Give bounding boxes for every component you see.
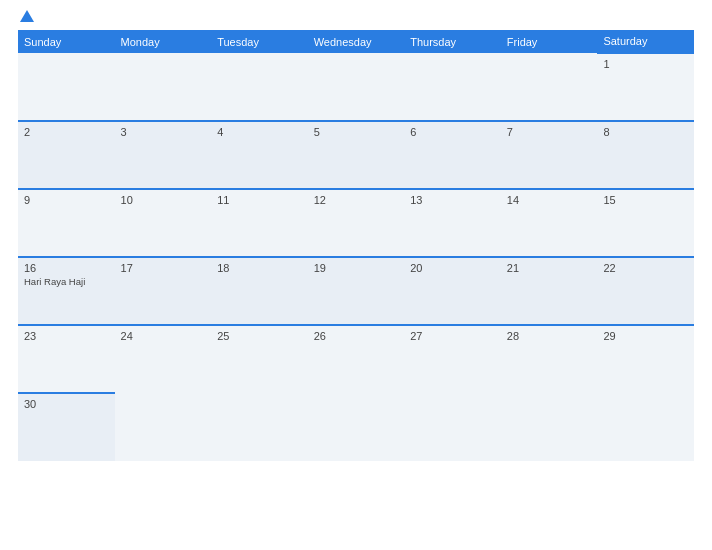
calendar-day-cell [404, 53, 501, 121]
calendar-day-cell: 4 [211, 121, 308, 189]
weekday-header-row: SundayMondayTuesdayWednesdayThursdayFrid… [18, 30, 694, 53]
calendar-day-cell [501, 393, 598, 461]
calendar-week-row: 16Hari Raya Haji171819202122 [18, 257, 694, 325]
calendar-day-cell [211, 53, 308, 121]
calendar-day-cell: 22 [597, 257, 694, 325]
day-number: 26 [314, 330, 399, 342]
calendar-day-cell: 12 [308, 189, 405, 257]
calendar-day-cell [501, 53, 598, 121]
calendar-day-cell [308, 53, 405, 121]
weekday-header-cell: Tuesday [211, 30, 308, 53]
calendar-day-cell: 15 [597, 189, 694, 257]
calendar-week-row: 30 [18, 393, 694, 461]
day-number: 6 [410, 126, 495, 138]
day-number: 5 [314, 126, 399, 138]
calendar-day-cell [18, 53, 115, 121]
calendar-day-cell [115, 393, 212, 461]
day-number: 18 [217, 262, 302, 274]
calendar-day-cell: 9 [18, 189, 115, 257]
weekday-header-cell: Wednesday [308, 30, 405, 53]
weekday-header-cell: Sunday [18, 30, 115, 53]
day-number: 30 [24, 398, 109, 410]
day-number: 4 [217, 126, 302, 138]
day-number: 11 [217, 194, 302, 206]
calendar-day-cell [115, 53, 212, 121]
day-number: 12 [314, 194, 399, 206]
calendar-day-cell [211, 393, 308, 461]
weekday-header-cell: Friday [501, 30, 598, 53]
calendar-day-cell: 25 [211, 325, 308, 393]
calendar-day-cell: 19 [308, 257, 405, 325]
weekday-header-cell: Thursday [404, 30, 501, 53]
day-number: 29 [603, 330, 688, 342]
calendar-day-cell: 20 [404, 257, 501, 325]
calendar-day-cell: 28 [501, 325, 598, 393]
day-number: 20 [410, 262, 495, 274]
calendar-day-cell: 14 [501, 189, 598, 257]
day-number: 10 [121, 194, 206, 206]
day-number: 25 [217, 330, 302, 342]
calendar-week-row: 9101112131415 [18, 189, 694, 257]
day-number: 17 [121, 262, 206, 274]
day-number: 22 [603, 262, 688, 274]
holiday-label: Hari Raya Haji [24, 276, 109, 288]
calendar-week-row: 23242526272829 [18, 325, 694, 393]
calendar-day-cell: 3 [115, 121, 212, 189]
calendar-day-cell [404, 393, 501, 461]
day-number: 1 [603, 58, 688, 70]
calendar-day-cell [597, 393, 694, 461]
day-number: 2 [24, 126, 109, 138]
day-number: 13 [410, 194, 495, 206]
calendar-day-cell: 10 [115, 189, 212, 257]
calendar-day-cell: 26 [308, 325, 405, 393]
calendar-day-cell [308, 393, 405, 461]
calendar-day-cell: 24 [115, 325, 212, 393]
day-number: 27 [410, 330, 495, 342]
day-number: 8 [603, 126, 688, 138]
calendar-day-cell: 17 [115, 257, 212, 325]
day-number: 23 [24, 330, 109, 342]
calendar-day-cell: 13 [404, 189, 501, 257]
calendar-day-cell: 6 [404, 121, 501, 189]
weekday-header-cell: Monday [115, 30, 212, 53]
logo-triangle-icon [20, 10, 34, 22]
day-number: 28 [507, 330, 592, 342]
calendar-week-row: 1 [18, 53, 694, 121]
day-number: 3 [121, 126, 206, 138]
day-number: 24 [121, 330, 206, 342]
day-number: 15 [603, 194, 688, 206]
calendar-day-cell: 23 [18, 325, 115, 393]
day-number: 19 [314, 262, 399, 274]
day-number: 7 [507, 126, 592, 138]
calendar-day-cell: 21 [501, 257, 598, 325]
calendar-day-cell: 18 [211, 257, 308, 325]
calendar-day-cell: 29 [597, 325, 694, 393]
calendar-week-row: 2345678 [18, 121, 694, 189]
day-number: 9 [24, 194, 109, 206]
calendar-day-cell: 5 [308, 121, 405, 189]
calendar-day-cell: 2 [18, 121, 115, 189]
calendar-page: SundayMondayTuesdayWednesdayThursdayFrid… [0, 0, 712, 550]
calendar-day-cell: 11 [211, 189, 308, 257]
calendar-day-cell: 1 [597, 53, 694, 121]
header [18, 10, 694, 24]
calendar-day-cell: 8 [597, 121, 694, 189]
logo [18, 10, 34, 24]
calendar-day-cell: 16Hari Raya Haji [18, 257, 115, 325]
calendar-day-cell: 27 [404, 325, 501, 393]
calendar-table: SundayMondayTuesdayWednesdayThursdayFrid… [18, 30, 694, 461]
calendar-day-cell: 7 [501, 121, 598, 189]
day-number: 16 [24, 262, 109, 274]
day-number: 14 [507, 194, 592, 206]
calendar-day-cell: 30 [18, 393, 115, 461]
day-number: 21 [507, 262, 592, 274]
weekday-header-cell: Saturday [597, 30, 694, 53]
